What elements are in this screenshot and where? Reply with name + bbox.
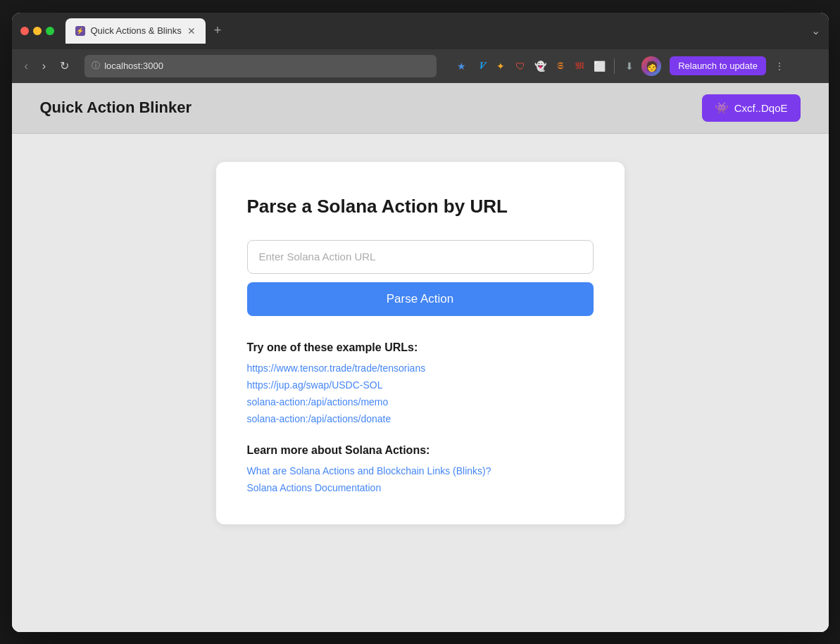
v-extension-icon[interactable]: 𝑉: [473, 58, 489, 74]
active-tab[interactable]: ⚡ Quick Actions & Blinks ✕: [65, 18, 206, 44]
forward-button[interactable]: ›: [38, 57, 50, 75]
shield-extension-icon[interactable]: 🛡: [513, 58, 528, 74]
relaunch-more-button[interactable]: ⋮: [772, 61, 787, 72]
learn-link-1[interactable]: Solana Actions Documentation: [247, 482, 594, 493]
wallet-icon: 👾: [715, 101, 729, 115]
page-content: Quick Action Blinker 👾 Cxcf..DqoE Parse …: [12, 83, 829, 632]
toolbar-separator: [614, 58, 615, 74]
app-title: Quick Action Blinker: [40, 99, 192, 117]
flame-extension-icon[interactable]: 𝕾: [552, 58, 568, 74]
tab-chevron-icon[interactable]: ⌄: [811, 24, 820, 37]
example-link-1[interactable]: https://jup.ag/swap/USDC-SOL: [247, 379, 594, 391]
learn-link-0[interactable]: What are Solana Actions and Blockchain L…: [247, 465, 594, 476]
tab-close-button[interactable]: ✕: [187, 25, 196, 37]
tab-favicon: ⚡: [75, 26, 85, 36]
url-input[interactable]: [247, 240, 594, 274]
tab-title: Quick Actions & Blinks: [91, 25, 182, 36]
traffic-lights: [20, 27, 54, 35]
traffic-light-maximize[interactable]: [46, 27, 54, 35]
address-text: localhost:3000: [104, 61, 163, 71]
relaunch-label: Relaunch to update: [678, 61, 758, 71]
m-extension-icon[interactable]: 𝕸: [572, 58, 587, 74]
example-links-list: https://www.tensor.trade/trade/tensorian…: [247, 362, 594, 424]
box-extension-icon[interactable]: ⬜: [591, 58, 607, 74]
star-extension-icon[interactable]: ✦: [493, 58, 508, 74]
download-icon[interactable]: ⬇: [622, 58, 637, 74]
browser-window: ⚡ Quick Actions & Blinks ✕ + ⌄ ‹ › ↻ ⓘ l…: [12, 13, 829, 632]
main-area: Parse a Solana Action by URL Parse Actio…: [12, 134, 829, 632]
tab-bar: ⚡ Quick Actions & Blinks ✕ + ⌄: [65, 18, 820, 44]
parse-action-button[interactable]: Parse Action: [247, 282, 594, 316]
address-bar[interactable]: ⓘ localhost:3000: [84, 55, 437, 77]
traffic-light-minimize[interactable]: [33, 27, 42, 35]
toolbar-extensions: ★ 𝑉 ✦ 🛡 👻 𝕾 𝕸 ⬜ ⬇ 🧑: [453, 56, 661, 76]
wallet-button[interactable]: 👾 Cxcf..DqoE: [702, 94, 801, 122]
back-button[interactable]: ‹: [20, 57, 32, 75]
examples-heading: Try one of these example URLs:: [247, 341, 594, 354]
wallet-address: Cxcf..DqoE: [734, 102, 788, 114]
learn-heading: Learn more about Solana Actions:: [247, 444, 594, 457]
bookmark-icon[interactable]: ★: [453, 58, 469, 74]
new-tab-button[interactable]: +: [208, 20, 227, 41]
profile-avatar[interactable]: 🧑: [641, 56, 661, 76]
learn-links-list: What are Solana Actions and Blockchain L…: [247, 465, 594, 493]
example-link-3[interactable]: solana-action:/api/actions/donate: [247, 413, 594, 424]
traffic-light-close[interactable]: [20, 27, 29, 35]
ghost-extension-icon[interactable]: 👻: [532, 58, 548, 74]
example-link-0[interactable]: https://www.tensor.trade/trade/tensorian…: [247, 362, 594, 374]
card-title: Parse a Solana Action by URL: [247, 196, 594, 217]
example-link-2[interactable]: solana-action:/api/actions/memo: [247, 396, 594, 408]
reload-button[interactable]: ↻: [56, 56, 73, 75]
relaunch-button[interactable]: Relaunch to update: [670, 56, 766, 75]
lock-icon: ⓘ: [92, 60, 100, 72]
toolbar: ‹ › ↻ ⓘ localhost:3000 ★ 𝑉 ✦ 🛡 👻 𝕾 𝕸 ⬜ ⬇…: [12, 49, 829, 83]
title-bar: ⚡ Quick Actions & Blinks ✕ + ⌄: [12, 13, 829, 49]
app-header: Quick Action Blinker 👾 Cxcf..DqoE: [12, 83, 829, 134]
parse-card: Parse a Solana Action by URL Parse Actio…: [216, 162, 625, 524]
